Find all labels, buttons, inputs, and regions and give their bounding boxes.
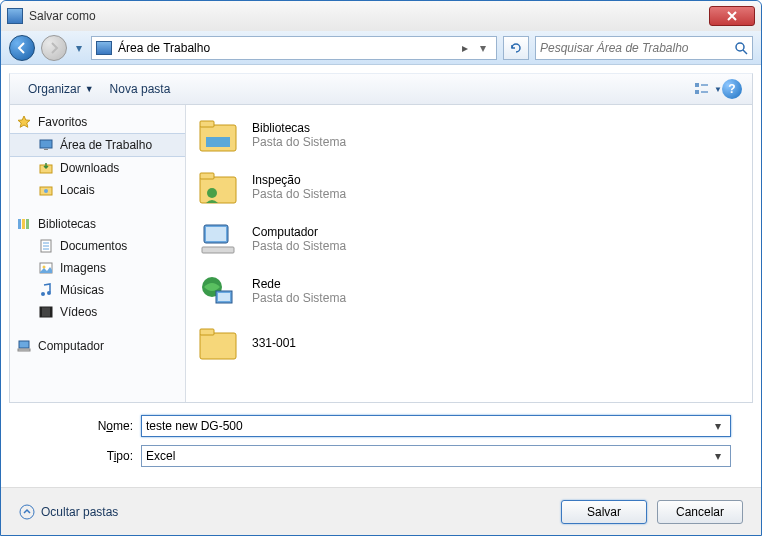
- search-box[interactable]: [535, 36, 753, 60]
- toolbar: Organizar ▼ Nova pasta ▼ ?: [9, 73, 753, 105]
- window-icon: [7, 8, 23, 24]
- forward-button[interactable]: [41, 35, 67, 61]
- file-name: Computador: [252, 225, 346, 239]
- svg-rect-24: [50, 307, 52, 317]
- svg-rect-38: [218, 293, 230, 301]
- desktop-icon: [38, 137, 54, 153]
- collapse-icon: [19, 504, 35, 520]
- chevron-down-icon: ▼: [85, 84, 94, 94]
- address-bar[interactable]: Área de Trabalho ▸ ▾: [91, 36, 497, 60]
- location-dropdown[interactable]: ▾: [474, 41, 492, 55]
- nav-row: ▾ Área de Trabalho ▸ ▾: [1, 31, 761, 65]
- sidebar-group-label: Bibliotecas: [38, 217, 96, 231]
- svg-point-32: [207, 188, 217, 198]
- svg-rect-31: [200, 173, 214, 179]
- sidebar-group-label: Computador: [38, 339, 104, 353]
- back-button[interactable]: [9, 35, 35, 61]
- sidebar-item-desktop[interactable]: Área de Trabalho: [10, 133, 185, 157]
- file-item[interactable]: Rede Pasta do Sistema: [186, 265, 752, 317]
- help-button[interactable]: ?: [722, 79, 742, 99]
- search-input[interactable]: [540, 41, 734, 55]
- sidebar-item-videos[interactable]: Vídeos: [10, 301, 185, 323]
- file-item[interactable]: Bibliotecas Pasta do Sistema: [186, 109, 752, 161]
- svg-rect-30: [200, 177, 236, 203]
- window-title: Salvar como: [29, 9, 709, 23]
- sidebar-group-label: Favoritos: [38, 115, 87, 129]
- svg-rect-26: [18, 349, 30, 351]
- save-button[interactable]: Salvar: [561, 500, 647, 524]
- svg-rect-2: [695, 83, 699, 87]
- filetype-combo[interactable]: ▾: [141, 445, 731, 467]
- chevron-down-icon: ▼: [714, 85, 722, 94]
- close-button[interactable]: [709, 6, 755, 26]
- libraries-icon: [16, 216, 32, 232]
- file-subtitle: Pasta do Sistema: [252, 291, 346, 305]
- filename-combo[interactable]: ▾: [141, 415, 731, 437]
- main-area: Favoritos Área de Trabalho Downloads Loc…: [9, 105, 753, 403]
- sidebar-item-label: Área de Trabalho: [60, 138, 152, 152]
- sidebar-item-downloads[interactable]: Downloads: [10, 157, 185, 179]
- downloads-icon: [38, 160, 54, 176]
- help-icon: ?: [728, 82, 735, 96]
- videos-icon: [38, 304, 54, 320]
- places-icon: [38, 182, 54, 198]
- arrow-right-icon: [48, 42, 60, 54]
- file-item[interactable]: Computador Pasta do Sistema: [186, 213, 752, 265]
- file-item[interactable]: 331-001: [186, 317, 752, 369]
- file-list[interactable]: Bibliotecas Pasta do Sistema Inspeção Pa…: [186, 105, 752, 402]
- chevron-down-icon[interactable]: ▾: [710, 419, 726, 433]
- organize-menu[interactable]: Organizar ▼: [20, 78, 102, 100]
- arrow-left-icon: [16, 42, 28, 54]
- view-icon: [694, 82, 712, 96]
- file-name: 331-001: [252, 336, 296, 350]
- view-options-button[interactable]: ▼: [694, 77, 722, 101]
- libraries-icon: [196, 115, 240, 155]
- file-subtitle: Pasta do Sistema: [252, 239, 346, 253]
- footer: Ocultar pastas Salvar Cancelar: [1, 487, 761, 535]
- network-icon: [196, 271, 240, 311]
- file-subtitle: Pasta do Sistema: [252, 135, 346, 149]
- file-name: Rede: [252, 277, 346, 291]
- file-name: Bibliotecas: [252, 121, 346, 135]
- user-folder-icon: [196, 167, 240, 207]
- cancel-button[interactable]: Cancelar: [657, 500, 743, 524]
- sidebar-group-libraries[interactable]: Bibliotecas: [10, 213, 185, 235]
- search-icon[interactable]: [734, 41, 748, 55]
- file-name: Inspeção: [252, 173, 346, 187]
- sidebar[interactable]: Favoritos Área de Trabalho Downloads Loc…: [10, 105, 186, 402]
- save-fields: Nome: ▾ Tipo: ▾: [1, 403, 761, 479]
- sidebar-item-music[interactable]: Músicas: [10, 279, 185, 301]
- file-subtitle: Pasta do Sistema: [252, 187, 346, 201]
- new-folder-button[interactable]: Nova pasta: [102, 78, 179, 100]
- sidebar-group-computer[interactable]: Computador: [10, 335, 185, 357]
- sidebar-item-pictures[interactable]: Imagens: [10, 257, 185, 279]
- svg-rect-6: [40, 140, 52, 148]
- refresh-icon: [509, 41, 523, 55]
- refresh-button[interactable]: [503, 36, 529, 60]
- file-item[interactable]: Inspeção Pasta do Sistema: [186, 161, 752, 213]
- sidebar-item-label: Vídeos: [60, 305, 97, 319]
- sidebar-item-label: Documentos: [60, 239, 127, 253]
- location-text: Área de Trabalho: [118, 41, 456, 55]
- svg-line-1: [743, 50, 747, 54]
- svg-rect-35: [202, 247, 234, 253]
- filename-label: Nome:: [31, 419, 141, 433]
- computer-icon: [196, 219, 240, 259]
- sidebar-item-documents[interactable]: Documentos: [10, 235, 185, 257]
- svg-rect-23: [40, 307, 42, 317]
- svg-rect-3: [695, 90, 699, 94]
- sidebar-item-label: Imagens: [60, 261, 106, 275]
- history-dropdown[interactable]: ▾: [73, 35, 85, 61]
- sidebar-group-favorites[interactable]: Favoritos: [10, 111, 185, 133]
- breadcrumb-arrow-icon[interactable]: ▸: [456, 41, 474, 55]
- svg-rect-29: [206, 137, 230, 147]
- hide-folders-toggle[interactable]: Ocultar pastas: [19, 504, 118, 520]
- svg-point-20: [41, 292, 45, 296]
- desktop-icon: [96, 41, 112, 55]
- filename-input[interactable]: [146, 419, 710, 433]
- sidebar-item-places[interactable]: Locais: [10, 179, 185, 201]
- filetype-input[interactable]: [146, 449, 710, 463]
- chevron-down-icon[interactable]: ▾: [710, 449, 726, 463]
- titlebar: Salvar como: [1, 1, 761, 31]
- sidebar-item-label: Downloads: [60, 161, 119, 175]
